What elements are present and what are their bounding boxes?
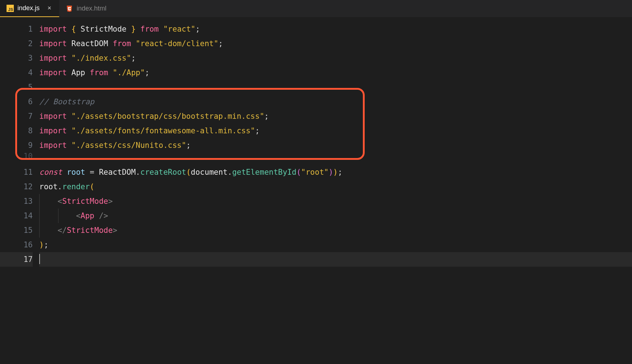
html-file-icon bbox=[66, 5, 73, 12]
line-number: 2 bbox=[0, 36, 33, 51]
code-line[interactable]: const root = ReactDOM.createRoot(documen… bbox=[39, 165, 632, 179]
line-number: 12 bbox=[0, 179, 33, 194]
line-number: 17 bbox=[0, 252, 33, 267]
line-number: 10 bbox=[0, 153, 33, 160]
tab-bar: JS index.js × index.html × bbox=[0, 0, 632, 17]
line-number: 8 bbox=[0, 124, 33, 138]
code-editor[interactable]: 1234567891011121314151617 import { Stric… bbox=[0, 17, 632, 267]
code-line[interactable]: import { StrictMode } from "react"; bbox=[39, 22, 632, 36]
code-content[interactable]: import { StrictMode } from "react";impor… bbox=[39, 22, 632, 267]
text-cursor bbox=[39, 254, 40, 264]
line-number: 6 bbox=[0, 94, 33, 109]
code-line[interactable]: import "./assets/fonts/fontawesome-all.m… bbox=[39, 124, 632, 138]
tab-index-js[interactable]: JS index.js × bbox=[0, 0, 59, 17]
line-number: 5 bbox=[0, 80, 33, 94]
code-line[interactable] bbox=[39, 153, 632, 160]
code-line[interactable]: import "./assets/bootstrap/css/bootstrap… bbox=[39, 109, 632, 124]
code-line[interactable]: import ReactDOM from "react-dom/client"; bbox=[39, 36, 632, 51]
code-line[interactable]: import "./index.css"; bbox=[39, 51, 632, 65]
code-line[interactable]: import App from "./App"; bbox=[39, 65, 632, 80]
tab-label: index.html bbox=[77, 5, 106, 12]
close-icon[interactable]: × bbox=[46, 4, 53, 12]
tab-index-html[interactable]: index.html × bbox=[59, 0, 126, 17]
code-line[interactable]: root.render( bbox=[39, 179, 632, 194]
line-number: 1 bbox=[0, 22, 33, 36]
code-line[interactable] bbox=[39, 80, 632, 94]
js-file-icon: JS bbox=[7, 5, 14, 12]
line-number-gutter: 1234567891011121314151617 bbox=[0, 22, 39, 267]
code-line[interactable]: </StrictMode> bbox=[39, 223, 632, 238]
line-number: 7 bbox=[0, 109, 33, 124]
code-line[interactable] bbox=[39, 252, 632, 267]
line-number: 15 bbox=[0, 223, 33, 238]
tab-label: index.js bbox=[17, 4, 40, 12]
line-number: 13 bbox=[0, 194, 33, 209]
line-number: 3 bbox=[0, 51, 33, 65]
line-number: 14 bbox=[0, 209, 33, 223]
code-line[interactable]: ); bbox=[39, 238, 632, 252]
line-number: 16 bbox=[0, 238, 33, 252]
code-line[interactable]: import "./assets/css/Nunito.css"; bbox=[39, 138, 632, 153]
code-line[interactable]: <App /> bbox=[39, 209, 632, 223]
code-line[interactable]: // Bootstrap bbox=[39, 94, 632, 109]
line-number: 11 bbox=[0, 165, 33, 179]
code-line[interactable]: <StrictMode> bbox=[39, 194, 632, 209]
line-number: 4 bbox=[0, 65, 33, 80]
line-number: 9 bbox=[0, 138, 33, 153]
